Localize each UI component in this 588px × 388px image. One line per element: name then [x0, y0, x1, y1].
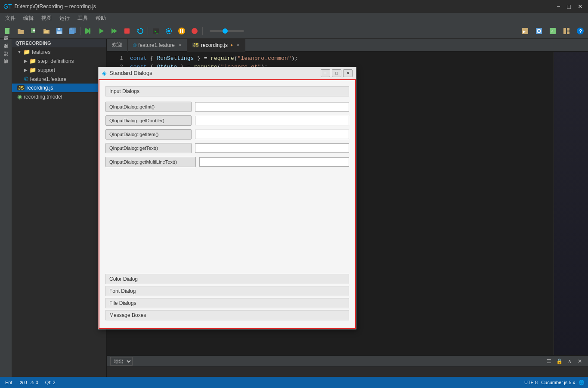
- globe-icon[interactable]: 🌐: [579, 380, 585, 385]
- message-boxes-button[interactable]: Message Boxes: [105, 310, 349, 320]
- tab-recording-js-close[interactable]: ✕: [236, 43, 240, 47]
- menu-view[interactable]: 视图: [38, 14, 55, 23]
- qt-dialog-title: Standard Dialogs: [109, 70, 318, 76]
- tab-recording-js[interactable]: JS recording.js ● ✕: [187, 39, 245, 52]
- title-bar: GT D:\temp\QtRecording -- recording.js −…: [0, 0, 588, 13]
- close-button[interactable]: ✕: [576, 3, 585, 10]
- svg-rect-26: [182, 29, 183, 33]
- getdouble-row: QInputDialog::getDouble(): [105, 115, 349, 126]
- tab-feature1-close[interactable]: ✕: [178, 43, 182, 47]
- gettext-row: QInputDialog::getText(): [105, 143, 349, 153]
- status-qt: Qt: 2: [43, 380, 57, 385]
- new-file-button[interactable]: [28, 25, 40, 37]
- sidebar-item-recording-js[interactable]: JS recording.js: [12, 84, 106, 92]
- left-tab-debug[interactable]: 调试: [2, 64, 10, 71]
- spy-button[interactable]: [533, 25, 545, 37]
- window-controls: − □ ✕: [555, 3, 585, 10]
- output-lock-btn[interactable]: 🔒: [554, 357, 564, 366]
- open-model-button[interactable]: ▶: [519, 25, 531, 37]
- sidebar-item-feature1[interactable]: © feature1.feature: [12, 74, 106, 84]
- menu-bar: 文件 编辑 视图 运行 工具 帮助: [0, 13, 588, 23]
- menu-file[interactable]: 文件: [2, 14, 19, 23]
- getint-button[interactable]: QInputDialog::getInt(): [105, 102, 192, 112]
- js-tab-icon: JS: [192, 43, 199, 47]
- menu-run[interactable]: 运行: [56, 14, 73, 23]
- tab-welcome[interactable]: 欢迎: [107, 39, 128, 52]
- sidebar-item-support[interactable]: ▶ 📁 support: [12, 65, 106, 74]
- menu-edit[interactable]: 编辑: [20, 14, 37, 23]
- tmodel-icon: ◉: [17, 93, 22, 100]
- separator-1: [80, 27, 80, 35]
- sidebar-label-recording-js: recording.js: [26, 85, 53, 91]
- run-button[interactable]: [95, 25, 107, 37]
- qt-maximize-button[interactable]: □: [332, 69, 341, 77]
- getmultilinetext-button[interactable]: QInputDialog::getMultiLineText(): [105, 157, 196, 167]
- stop-button[interactable]: [121, 25, 133, 37]
- qt-minimize-button[interactable]: −: [321, 69, 330, 77]
- svg-rect-25: [180, 29, 181, 33]
- sidebar-label-step-definitions: step_definitions: [38, 58, 74, 64]
- left-panel: 资源 搜索 运行 调试: [0, 39, 12, 377]
- svg-marker-1: [9, 28, 11, 29]
- open-button[interactable]: [40, 25, 53, 37]
- gettext-button[interactable]: QInputDialog::getText(): [105, 143, 192, 153]
- file-dialogs-button[interactable]: File Dialogs: [105, 298, 349, 308]
- getitem-input[interactable]: [195, 130, 349, 139]
- output-close-btn[interactable]: ✕: [575, 357, 585, 366]
- color-dialog-button[interactable]: Color Dialog: [105, 274, 349, 284]
- gettext-input[interactable]: [195, 143, 349, 153]
- sidebar-label-feature1: feature1.feature: [30, 76, 67, 82]
- tab-feature1[interactable]: © feature1.feature ✕: [128, 39, 187, 52]
- feature1-tab-icon: ©: [133, 43, 136, 48]
- save-button[interactable]: [53, 25, 65, 37]
- tab-modified-dot: ●: [230, 43, 233, 47]
- qt-dialog-body: Input Dialogs QInputDialog::getInt() QIn…: [99, 79, 356, 329]
- layout-button[interactable]: [560, 25, 573, 37]
- status-bar: Ent ⊗ 0 ⚠ 0 Qt: 2 UTF-8 Cucumber.js 5.x …: [0, 377, 588, 388]
- output-up-btn[interactable]: ∧: [565, 357, 574, 366]
- left-tab-explorer[interactable]: 资源: [2, 40, 10, 47]
- minimize-button[interactable]: −: [555, 3, 562, 10]
- font-dialog-button[interactable]: Font Dialog: [105, 286, 349, 296]
- settings-button[interactable]: [163, 25, 175, 37]
- sidebar-item-features[interactable]: ▼ 📁 features: [12, 47, 106, 56]
- refresh-button[interactable]: [134, 25, 146, 37]
- toolbar: >_ ▶ ✓ ?: [0, 23, 588, 39]
- getmultilinetext-input[interactable]: [199, 157, 349, 167]
- output-select[interactable]: 输出: [110, 357, 133, 366]
- new-button[interactable]: [2, 25, 14, 37]
- step-definitions-folder-icon: 📁: [29, 58, 36, 64]
- left-tab-search[interactable]: 搜索: [2, 48, 10, 55]
- console-button[interactable]: >_: [150, 25, 162, 37]
- help-button[interactable]: ?: [574, 25, 586, 37]
- getitem-button[interactable]: QInputDialog::getItem(): [105, 129, 192, 140]
- left-tab-run[interactable]: 运行: [2, 56, 10, 63]
- qt-close-button[interactable]: ✕: [343, 69, 353, 77]
- lang-text: Cucumber.js 5.x: [541, 380, 575, 385]
- assert-button[interactable]: ✓: [547, 25, 559, 37]
- sidebar-item-step-definitions[interactable]: ▶ 📁 step_definitions: [12, 56, 106, 65]
- open-folder-button[interactable]: [15, 25, 27, 37]
- record-step-button[interactable]: [82, 25, 94, 37]
- record-button[interactable]: [189, 25, 201, 37]
- sidebar-label-support: support: [38, 67, 55, 73]
- feature1-icon: ©: [24, 76, 28, 82]
- svg-marker-15: [99, 28, 104, 34]
- pause-button[interactable]: [176, 25, 188, 37]
- status-ent: Ent: [3, 380, 14, 385]
- menu-tools[interactable]: 工具: [74, 14, 91, 23]
- sidebar-item-recording-tmodel[interactable]: ◉ recording.tmodel: [12, 92, 106, 101]
- editor-tabs: 欢迎 © feature1.feature ✕ JS recording.js …: [107, 39, 588, 52]
- getdouble-input[interactable]: [195, 116, 349, 125]
- save-all-button[interactable]: [66, 25, 78, 37]
- menu-help[interactable]: 帮助: [92, 14, 109, 23]
- output-list-btn[interactable]: ☰: [544, 357, 554, 366]
- getdouble-button[interactable]: QInputDialog::getDouble(): [105, 115, 192, 126]
- getint-input[interactable]: [195, 102, 349, 112]
- run-all-button[interactable]: [108, 25, 120, 37]
- maximize-button[interactable]: □: [566, 3, 573, 10]
- svg-text:>_: >_: [154, 29, 158, 34]
- sidebar-root: QTRECORDING: [12, 39, 106, 47]
- getint-row: QInputDialog::getInt(): [105, 102, 349, 112]
- zoom-slider[interactable]: [210, 30, 244, 32]
